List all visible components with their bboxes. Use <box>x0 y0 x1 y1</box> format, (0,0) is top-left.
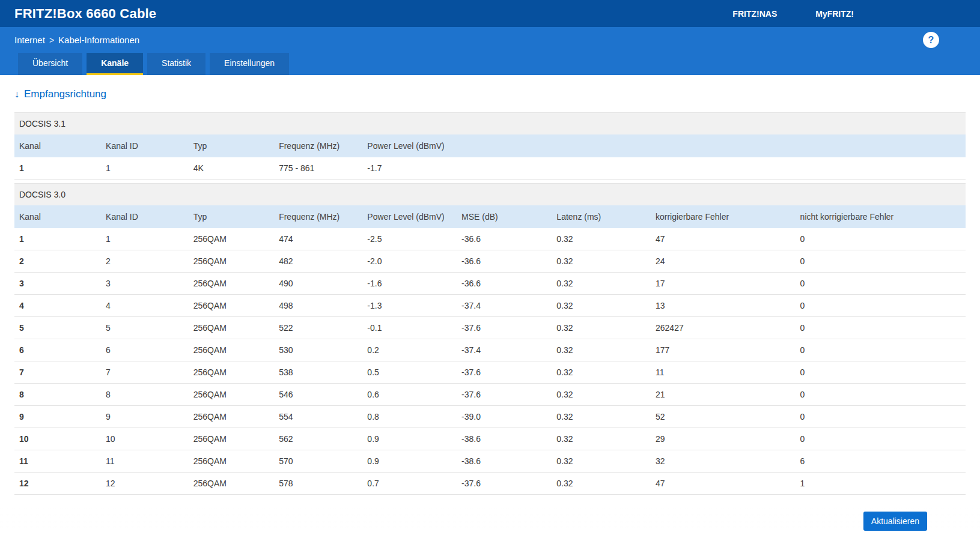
table-cell: -39.0 <box>457 406 552 428</box>
table-row: 1010256QAM5620.9-38.60.32290 <box>14 428 966 450</box>
column-header: MSE (dB) <box>457 205 552 228</box>
table-cell: 474 <box>274 228 362 250</box>
table-cell: 0.32 <box>552 228 651 250</box>
table-cell: 11 <box>14 450 101 473</box>
table-cell: 0 <box>796 228 966 250</box>
table-cell: 0 <box>796 428 966 450</box>
table-cell: 490 <box>274 273 362 295</box>
column-header: Frequenz (MHz) <box>274 205 362 228</box>
table-cell: 10 <box>101 428 189 450</box>
column-header: Typ <box>189 134 274 157</box>
table-cell: -0.1 <box>362 317 457 339</box>
table-cell: 522 <box>274 317 362 339</box>
table-cell: 256QAM <box>189 450 274 473</box>
table-cell: 5 <box>101 317 189 339</box>
table-cell: 498 <box>274 295 362 317</box>
tab-statistik[interactable]: Statistik <box>147 53 205 75</box>
table-cell: 0.32 <box>552 361 651 384</box>
column-header: nicht korrigierbare Fehler <box>796 205 966 228</box>
table-row: 22256QAM482-2.0-36.60.32240 <box>14 250 966 273</box>
table-cell: 1 <box>14 228 101 250</box>
table-cell: 1 <box>14 157 101 180</box>
tab-bar: ÜbersichtKanäleStatistikEinstellungen <box>0 53 980 75</box>
column-header: Power Level (dBmV) <box>362 205 457 228</box>
table-row: 55256QAM522-0.1-37.60.322624270 <box>14 317 966 339</box>
breadcrumb-bar: Internet > Kabel-Informationen ? <box>0 27 980 53</box>
table-cell: 17 <box>651 273 796 295</box>
column-header: Kanal ID <box>101 134 189 157</box>
breadcrumb-internet[interactable]: Internet <box>14 35 45 45</box>
table-cell: 5 <box>14 317 101 339</box>
table-cell: 0 <box>796 384 966 406</box>
table-cell: 256QAM <box>189 406 274 428</box>
column-header: Kanal <box>14 134 101 157</box>
column-header: Frequenz (MHz) <box>274 134 362 157</box>
table-cell: 256QAM <box>189 361 274 384</box>
question-mark-glyph: ? <box>928 35 934 46</box>
table-cell: 0 <box>796 406 966 428</box>
table-docsis-31: DOCSIS 3.1KanalKanal IDTypFrequenz (MHz)… <box>14 112 966 180</box>
table-cell: 570 <box>274 450 362 473</box>
table-cell: -37.6 <box>457 317 552 339</box>
aktualisieren-button[interactable]: Aktualisieren <box>863 512 927 531</box>
table-cell: 256QAM <box>189 384 274 406</box>
table-cell: -1.6 <box>362 273 457 295</box>
table-cell: 0 <box>796 339 966 361</box>
table-cell: -38.6 <box>457 428 552 450</box>
table-cell: 0 <box>796 273 966 295</box>
table-cell: -38.6 <box>457 450 552 473</box>
table-cell: 2 <box>14 250 101 273</box>
table-cell: 7 <box>14 361 101 384</box>
tab-kanaele[interactable]: Kanäle <box>87 53 143 75</box>
table-row: 114K775 - 861-1.7 <box>14 157 966 180</box>
table-section-title-label: DOCSIS 3.1 <box>14 113 966 135</box>
table-cell: 256QAM <box>189 339 274 361</box>
table-cell: 11 <box>651 361 796 384</box>
top-header-bar: FRITZ!Box 6660 Cable FRITZ!NAS MyFRITZ! <box>0 0 980 27</box>
fritznas-link[interactable]: FRITZ!NAS <box>732 9 777 19</box>
table-cell: 256QAM <box>189 250 274 273</box>
table-row: 99256QAM5540.8-39.00.32520 <box>14 406 966 428</box>
myfritz-link[interactable]: MyFRITZ! <box>815 9 854 19</box>
table-cell: 0.32 <box>552 273 651 295</box>
table-cell: 8 <box>14 384 101 406</box>
column-header: Kanal <box>14 205 101 228</box>
table-cell: 29 <box>651 428 796 450</box>
table-cell: 4 <box>101 295 189 317</box>
table-cell: -37.6 <box>457 473 552 495</box>
tab-einstellungen[interactable]: Einstellungen <box>210 53 289 75</box>
table-cell: 562 <box>274 428 362 450</box>
table-docsis-30: DOCSIS 3.0KanalKanal IDTypFrequenz (MHz)… <box>14 183 966 495</box>
table-cell: 7 <box>101 361 189 384</box>
table-cell: -1.7 <box>362 157 966 180</box>
table-row: 88256QAM5460.6-37.60.32210 <box>14 384 966 406</box>
table-cell: 0 <box>796 361 966 384</box>
table-cell: 482 <box>274 250 362 273</box>
table-cell: 0.32 <box>552 406 651 428</box>
table-cell: 9 <box>14 406 101 428</box>
table-section-title: DOCSIS 3.0 <box>14 184 966 206</box>
table-cell: 256QAM <box>189 428 274 450</box>
table-cell: -36.6 <box>457 273 552 295</box>
table-cell: 546 <box>274 384 362 406</box>
table-cell: 177 <box>651 339 796 361</box>
table-cell: 4K <box>189 157 274 180</box>
table-cell: 0.32 <box>552 295 651 317</box>
help-icon[interactable]: ? <box>923 32 939 48</box>
column-header: Typ <box>189 205 274 228</box>
table-cell: 1 <box>101 157 189 180</box>
table-cell: 0.32 <box>552 473 651 495</box>
table-cell: -37.6 <box>457 361 552 384</box>
table-cell: 0.32 <box>552 317 651 339</box>
tab-uebersicht[interactable]: Übersicht <box>18 53 82 75</box>
table-cell: -37.4 <box>457 295 552 317</box>
top-nav: FRITZ!NAS MyFRITZ! <box>732 9 854 19</box>
column-header: Latenz (ms) <box>552 205 651 228</box>
channel-tables: DOCSIS 3.1KanalKanal IDTypFrequenz (MHz)… <box>14 112 966 495</box>
table-section-title: DOCSIS 3.1 <box>14 113 966 135</box>
table-cell: 530 <box>274 339 362 361</box>
table-cell: -37.4 <box>457 339 552 361</box>
main-content: ↓ Empfangsrichtung DOCSIS 3.1KanalKanal … <box>0 75 980 495</box>
table-cell: 52 <box>651 406 796 428</box>
empfangsrichtung-toggle[interactable]: ↓ Empfangsrichtung <box>14 88 106 100</box>
